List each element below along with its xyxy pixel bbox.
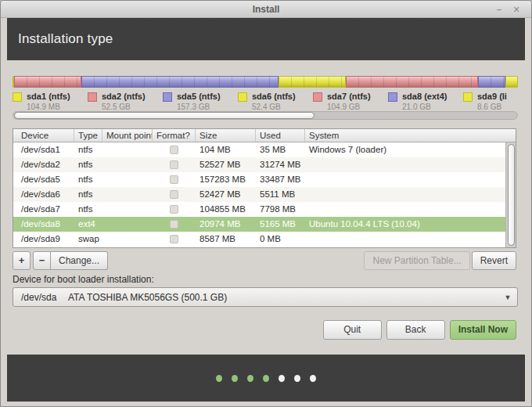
cell-format <box>153 217 196 232</box>
install-window: Install – ✕ Installation type sda1 (ntfs… <box>0 0 532 407</box>
cell-device: /dev/sda5 <box>13 172 74 187</box>
cell-mount <box>102 202 153 217</box>
cell-system <box>305 187 516 202</box>
progress-dot-todo <box>294 375 300 382</box>
table-row[interactable]: /dev/sda6ntfs52427 MB5511 MB <box>13 187 516 202</box>
column-header-system[interactable]: System <box>305 129 516 142</box>
cell-format <box>153 202 196 217</box>
progress-dot-done <box>247 375 253 382</box>
cell-format <box>153 232 196 247</box>
progress-dot-done <box>232 375 238 382</box>
table-actions: New Partition Table... Revert <box>364 251 516 270</box>
minimize-icon[interactable]: – <box>492 1 506 18</box>
cell-system <box>305 202 516 217</box>
legend-item: sda6 (ntfs)52.4 GB <box>238 92 313 113</box>
cell-system <box>305 172 516 187</box>
partition-bar <box>13 76 518 88</box>
new-partition-table-button[interactable]: New Partition Table... <box>364 251 469 270</box>
close-icon[interactable]: ✕ <box>509 1 523 18</box>
cell-used: 33487 MB <box>256 172 305 187</box>
cell-mount <box>102 187 153 202</box>
legend-label: sda1 (ntfs) <box>27 92 70 102</box>
horizontal-scrollbar-thumb[interactable] <box>14 112 315 119</box>
legend-swatch-icon <box>88 92 97 102</box>
column-header-device[interactable]: Device <box>13 129 74 142</box>
partition-legend: sda1 (ntfs)104.9 MBsda2 (ntfs)52.5 GBsda… <box>13 92 521 113</box>
legend-item: sda1 (ntfs)104.9 MB <box>13 92 88 113</box>
format-checkbox[interactable] <box>170 160 178 169</box>
partition-segment-sda2 <box>14 76 81 88</box>
legend-item: sda8 (ext4)21.0 GB <box>388 92 463 113</box>
format-checkbox[interactable] <box>170 235 178 243</box>
add-partition-button[interactable]: + <box>13 251 31 270</box>
legend-label: sda6 (ntfs) <box>252 92 296 102</box>
format-checkbox[interactable] <box>170 205 178 214</box>
bootloader-device-description: ATA TOSHIBA MK5056GS (500.1 GB) <box>68 292 498 303</box>
cell-size: 52427 MB <box>196 187 256 202</box>
progress-dot-done <box>263 375 269 382</box>
cell-type: swap <box>74 232 102 247</box>
cell-system: Windows 7 (loader) <box>305 142 516 157</box>
cell-system <box>305 157 516 172</box>
legend-swatch-icon <box>13 92 22 102</box>
partition-table-body: /dev/sda1ntfs104 MB35 MBWindows 7 (loade… <box>13 142 516 247</box>
format-checkbox[interactable] <box>170 175 178 184</box>
cell-type: ext4 <box>74 217 102 232</box>
page-title: Installation type <box>7 31 113 47</box>
change-partition-button[interactable]: Change... <box>51 251 108 270</box>
cell-type: ntfs <box>74 172 102 187</box>
partition-segment-sda6 <box>279 76 345 88</box>
format-checkbox[interactable] <box>170 146 178 154</box>
chevron-down-icon: ▼ <box>498 294 517 301</box>
cell-size: 157283 MB <box>196 172 256 187</box>
column-header-size[interactable]: Size <box>196 129 256 142</box>
dialog-buttons: Quit Back Install Now <box>323 320 516 340</box>
cell-device: /dev/sda2 <box>13 157 74 172</box>
bootloader-label: Device for boot loader installation: <box>13 274 154 285</box>
revert-button[interactable]: Revert <box>472 251 516 270</box>
progress-dot-done <box>216 375 222 382</box>
titlebar[interactable]: Install – ✕ <box>1 1 531 18</box>
vertical-scrollbar-thumb[interactable] <box>508 144 515 246</box>
column-header-mount-point[interactable]: Mount point <box>102 129 153 142</box>
cell-type: ntfs <box>74 142 102 157</box>
vertical-scrollbar[interactable] <box>505 142 516 247</box>
legend-label: sda2 (ntfs) <box>102 92 146 102</box>
progress-dots <box>7 355 525 402</box>
cell-format <box>153 172 196 187</box>
bootloader-device-dropdown[interactable]: /dev/sda ATA TOSHIBA MK5056GS (500.1 GB)… <box>13 287 518 307</box>
partition-table: Device Type Mount point Format? Size Use… <box>13 128 516 248</box>
table-row[interactable]: /dev/sda5ntfs157283 MB33487 MB <box>13 172 516 187</box>
column-header-type[interactable]: Type <box>74 129 102 142</box>
bootloader-device-value: /dev/sda <box>13 292 68 303</box>
table-row[interactable]: /dev/sda9swap8587 MB0 MB <box>13 232 516 247</box>
format-checkbox[interactable] <box>170 190 178 199</box>
table-row[interactable]: /dev/sda7ntfs104855 MB7798 MB <box>13 202 516 217</box>
quit-button[interactable]: Quit <box>323 320 382 340</box>
back-button[interactable]: Back <box>386 320 445 340</box>
legend-swatch-icon <box>238 92 247 102</box>
cell-type: ntfs <box>74 202 102 217</box>
cell-mount <box>102 232 153 247</box>
format-checkbox[interactable] <box>170 220 178 229</box>
table-row[interactable]: /dev/sda1ntfs104 MB35 MBWindows 7 (loade… <box>13 142 516 157</box>
legend-item: sda5 (ntfs)157.3 GB <box>163 92 238 113</box>
cell-type: ntfs <box>74 187 102 202</box>
legend-item: sda2 (ntfs)52.5 GB <box>88 92 163 113</box>
partition-table-header: Device Type Mount point Format? Size Use… <box>13 129 516 142</box>
column-header-format[interactable]: Format? <box>153 129 196 142</box>
partition-segment-sda8 <box>478 76 505 88</box>
table-row[interactable]: /dev/sda8ext420974 MB5165 MBUbuntu 10.04… <box>13 217 516 232</box>
column-header-used[interactable]: Used <box>256 129 305 142</box>
cell-format <box>153 142 196 157</box>
table-row[interactable]: /dev/sda2ntfs52527 MB31274 MB <box>13 157 516 172</box>
cell-type: ntfs <box>74 157 102 172</box>
cell-used: 7798 MB <box>256 202 305 217</box>
cell-system <box>305 232 516 247</box>
legend-swatch-icon <box>163 92 172 102</box>
remove-partition-button[interactable]: − <box>33 251 51 270</box>
cell-used: 35 MB <box>256 142 305 157</box>
install-now-button[interactable]: Install Now <box>450 320 516 340</box>
cell-device: /dev/sda8 <box>13 217 74 232</box>
horizontal-scrollbar[interactable] <box>13 111 518 120</box>
